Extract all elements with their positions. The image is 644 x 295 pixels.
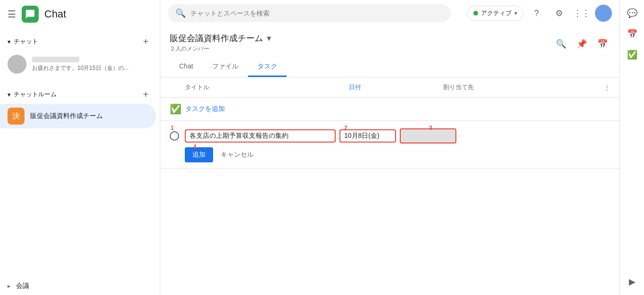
sidebar-header: ☰ Chat (0, 0, 160, 28)
tab-chat[interactable]: Chat (170, 58, 203, 77)
tasks-table-header: タイトル 日付 割り当て先 ⋮ (160, 77, 619, 98)
chat-header: 販促会議資料作成チーム ▾ ２人のメンバー Chat ファイル タスク 🔍 📌 … (160, 27, 619, 77)
topbar: 🔍 アクティブ ▾ ? ⚙ ⋮⋮ (160, 0, 619, 27)
chatroom-list-item[interactable]: 決 販促会議資料作成チーム (0, 104, 156, 128)
more-options-icon[interactable]: ⋮ (604, 84, 610, 91)
task-assignee-display[interactable] (400, 128, 456, 143)
add-task-row[interactable]: ✅ タスクを追加 (160, 98, 619, 121)
task-date-input[interactable] (339, 129, 396, 143)
status-badge[interactable]: アクティブ ▾ (467, 6, 523, 21)
chat-list-item[interactable]: お疲れさまです。10月15日（金）の... (0, 51, 160, 77)
chatroom-section-header[interactable]: ▾ チャットルーム + (0, 85, 160, 104)
task-form-area: 追加 キャンセル (185, 128, 610, 162)
user-avatar[interactable] (595, 5, 612, 22)
header-actions: 🔍 📌 📅 (552, 34, 612, 53)
add-chat-button[interactable]: + (139, 35, 152, 48)
task-checkbox[interactable] (170, 131, 179, 141)
right-panel-expand-icon[interactable]: ▶ (623, 272, 642, 291)
add-task-icon: ✅ (170, 103, 182, 115)
chat-section-arrow: ▾ (8, 38, 11, 45)
apps-button[interactable]: ⋮⋮ (572, 4, 591, 23)
annotation-1: 1 (171, 125, 174, 131)
right-panel: 💬 📅 ✅ ▶ (619, 0, 644, 295)
annotation-2: 2 (344, 125, 347, 131)
meeting-section[interactable]: ▸ 会議 (0, 277, 160, 295)
chatroom-section-arrow: ▾ (8, 91, 11, 98)
user-avatar-small (8, 55, 26, 74)
chat-section-header[interactable]: ▾ チャット + (0, 32, 160, 51)
task-form-row1 (185, 128, 610, 143)
meeting-arrow-icon: ▸ (8, 283, 10, 289)
header-search-button[interactable]: 🔍 (552, 34, 570, 53)
right-panel-chat-icon[interactable]: 💬 (623, 4, 642, 23)
settings-button[interactable]: ⚙ (550, 4, 569, 23)
channel-title: 販促会議資料作成チーム (170, 33, 263, 44)
chat-item-info: お疲れさまです。10月15日（金）の... (32, 57, 152, 72)
sidebar: ☰ Chat ▾ チャット + お疲れさまです。10月15日（金）の... (0, 0, 160, 295)
search-input[interactable] (190, 9, 443, 17)
task-cancel-button[interactable]: キャンセル (217, 147, 257, 162)
status-dot-icon (473, 11, 478, 16)
right-panel-tasks-icon[interactable]: ✅ (623, 45, 642, 64)
chat-item-name (32, 57, 79, 62)
topbar-right: アクティブ ▾ ? ⚙ ⋮⋮ (467, 4, 612, 23)
col-assignee-header: 割り当て先 (443, 83, 610, 92)
search-icon: 🔍 (175, 8, 186, 18)
annotation-4: 4 (193, 143, 197, 150)
annotation-3: 3 (429, 125, 432, 131)
tab-tasks[interactable]: タスク (248, 58, 287, 77)
main-content: 🔍 アクティブ ▾ ? ⚙ ⋮⋮ 販促会議資料作成チーム ▾ ２人のメンバー C… (160, 0, 619, 295)
search-bar[interactable]: 🔍 (168, 4, 451, 22)
task-actions: 追加 キャンセル (185, 147, 610, 162)
task-form-row: 1 4 2 3 追加 キャンセル (160, 121, 619, 169)
chat-item-preview: お疲れさまです。10月15日（金）の... (32, 64, 152, 72)
app-logo (22, 6, 39, 23)
col-title-header: タイトル (170, 83, 349, 92)
chatroom-section-title-row: ▾ チャットルーム (8, 90, 57, 99)
status-dropdown-icon: ▾ (514, 10, 517, 17)
help-button[interactable]: ? (527, 4, 546, 23)
app-title: Chat (44, 8, 66, 20)
chat-section-label: チャット (14, 37, 38, 46)
right-panel-calendar-icon[interactable]: 📅 (623, 25, 642, 43)
task-add-button[interactable]: 追加 (185, 147, 213, 162)
channel-dropdown-icon[interactable]: ▾ (267, 33, 271, 43)
chat-title-row: 販促会議資料作成チーム ▾ (170, 33, 610, 44)
header-pin-button[interactable]: 📌 (572, 34, 591, 53)
chatroom-section-label: チャットルーム (14, 90, 57, 99)
chat-section: ▾ チャット + お疲れさまです。10月15日（金）の... (0, 28, 160, 81)
tabs: Chat ファイル タスク (170, 58, 610, 77)
room-name: 販促会議資料作成チーム (30, 112, 103, 120)
tasks-area: タイトル 日付 割り当て先 ⋮ ✅ タスクを追加 1 4 2 3 (160, 77, 619, 295)
header-calendar-button[interactable]: 📅 (593, 34, 612, 53)
meeting-label: 会議 (16, 282, 29, 290)
tab-files[interactable]: ファイル (203, 58, 248, 77)
add-chatroom-button[interactable]: + (139, 88, 152, 101)
room-icon: 決 (8, 108, 25, 125)
col-date-header: 日付 (349, 83, 443, 92)
chat-logo-icon (25, 9, 35, 19)
chatroom-section: ▾ チャットルーム + 決 販促会議資料作成チーム (0, 81, 160, 132)
chat-section-title-row: ▾ チャット (8, 37, 38, 46)
add-task-label: タスクを追加 (185, 105, 225, 113)
task-title-input[interactable] (185, 129, 336, 143)
members-count: ２人のメンバー (170, 45, 610, 53)
hamburger-icon[interactable]: ☰ (8, 8, 16, 20)
status-label: アクティブ (481, 9, 512, 17)
